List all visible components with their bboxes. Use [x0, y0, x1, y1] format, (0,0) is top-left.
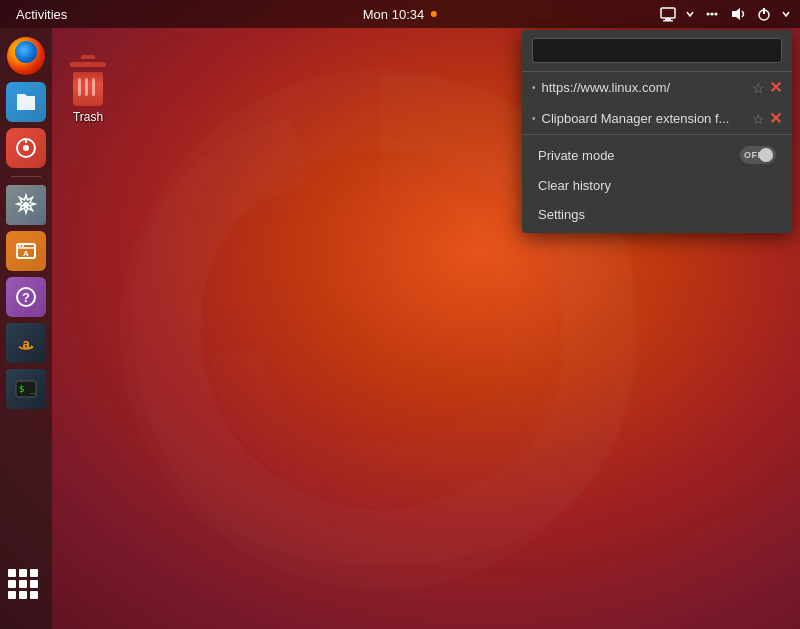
notification-dot — [431, 11, 437, 17]
remove-icon[interactable]: ✕ — [769, 109, 782, 128]
clipboard-popup: • https://www.linux.com/ ☆ ✕ • Clipboard… — [522, 30, 792, 233]
panel-right — [658, 6, 792, 22]
item-actions: ☆ ✕ — [752, 78, 782, 97]
trash-label: Trash — [73, 110, 103, 124]
history-item-text: https://www.linux.com/ — [542, 80, 746, 95]
svg-rect-1 — [661, 8, 675, 18]
sidebar-item-amazon[interactable]: a — [6, 323, 46, 363]
svg-point-13 — [23, 145, 29, 151]
svg-marker-9 — [732, 8, 740, 20]
sidebar-item-firefox[interactable] — [6, 36, 46, 76]
clear-history-item[interactable]: Clear history — [522, 171, 792, 200]
svg-point-4 — [711, 13, 714, 16]
volume-icon[interactable] — [728, 6, 748, 22]
clear-history-label: Clear history — [538, 178, 611, 193]
network-icon[interactable] — [702, 6, 722, 22]
clipboard-menu-section: Private mode OFF Clear history Settings — [522, 134, 792, 233]
sidebar-item-software[interactable]: A — [6, 231, 46, 271]
desktop: Activities Mon 10:34 — [0, 0, 800, 629]
svg-point-5 — [707, 13, 710, 16]
dock-separator — [11, 176, 41, 177]
sidebar-item-help[interactable]: ? — [6, 277, 46, 317]
sidebar-item-rhythmbox[interactable] — [6, 128, 46, 168]
svg-point-15 — [23, 202, 29, 208]
private-mode-label: Private mode — [538, 148, 615, 163]
power-icon[interactable] — [754, 6, 774, 22]
sidebar-item-files[interactable] — [6, 82, 46, 122]
item-actions: ☆ ✕ — [752, 109, 782, 128]
svg-text:$ _: $ _ — [19, 384, 36, 394]
svg-text:A: A — [23, 249, 29, 258]
clock-text: Mon 10:34 — [363, 7, 424, 22]
sidebar-dock: A ? a $ _ — [0, 28, 52, 629]
trash-lid — [70, 62, 106, 67]
list-bullet: • — [532, 82, 536, 93]
trash-body — [73, 72, 103, 106]
svg-point-19 — [22, 245, 24, 247]
activities-button[interactable]: Activities — [8, 7, 75, 22]
sidebar-item-system-settings[interactable] — [6, 185, 46, 225]
private-mode-toggle[interactable]: OFF — [740, 146, 776, 164]
svg-rect-3 — [663, 20, 673, 22]
remove-icon[interactable]: ✕ — [769, 78, 782, 97]
svg-rect-2 — [665, 18, 671, 20]
clipboard-search-input[interactable] — [532, 38, 782, 63]
panel-clock[interactable]: Mon 10:34 — [363, 7, 437, 22]
trash-handle — [81, 55, 95, 59]
search-row — [522, 30, 792, 71]
screencast-icon[interactable] — [658, 6, 678, 22]
top-panel: Activities Mon 10:34 — [0, 0, 800, 28]
list-bullet: • — [532, 113, 536, 124]
history-item-text: Clipboard Manager extension f... — [542, 111, 746, 126]
panel-left: Activities — [8, 7, 75, 22]
trash-desktop-icon[interactable]: Trash — [70, 55, 106, 124]
svg-text:?: ? — [22, 290, 30, 305]
settings-item[interactable]: Settings — [522, 200, 792, 229]
svg-point-18 — [19, 245, 21, 247]
favorite-icon[interactable]: ☆ — [752, 80, 765, 96]
private-mode-item[interactable]: Private mode OFF — [522, 139, 792, 171]
clipboard-history-list: • https://www.linux.com/ ☆ ✕ • Clipboard… — [522, 71, 792, 134]
toggle-off-label: OFF — [744, 150, 764, 160]
chevron-down-icon[interactable] — [684, 10, 696, 18]
sidebar-item-terminal[interactable]: $ _ — [6, 369, 46, 409]
list-item[interactable]: • https://www.linux.com/ ☆ ✕ — [522, 72, 792, 103]
settings-label: Settings — [538, 207, 585, 222]
favorite-icon[interactable]: ☆ — [752, 111, 765, 127]
show-apps-button[interactable] — [8, 569, 44, 605]
svg-point-6 — [715, 13, 718, 16]
power-chevron-icon[interactable] — [780, 10, 792, 18]
list-item[interactable]: • Clipboard Manager extension f... ☆ ✕ — [522, 103, 792, 134]
